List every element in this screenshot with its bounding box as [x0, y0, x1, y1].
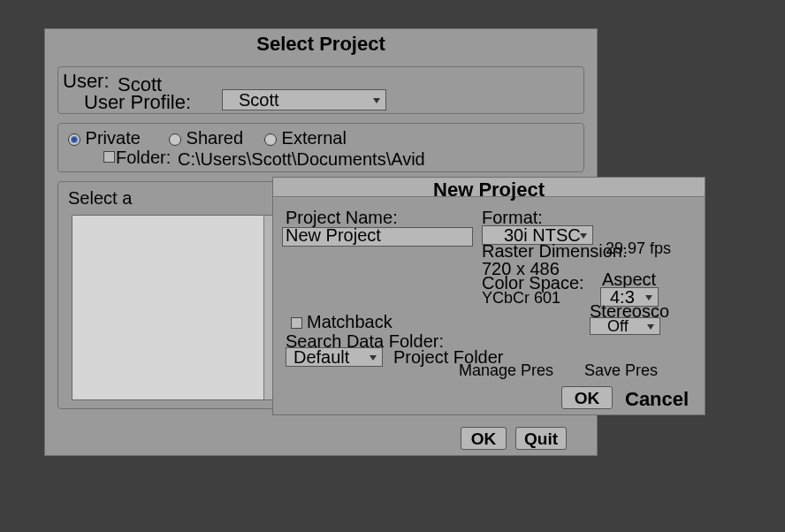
select-project-title: Select Project — [45, 33, 597, 56]
matchback-label: Matchback — [307, 312, 392, 332]
location-panel — [57, 123, 584, 172]
color-space-label: Color Space: — [482, 273, 584, 293]
fps-ghost: 29.97 fps — [606, 239, 671, 258]
aspect-select[interactable]: 4:3 — [600, 287, 659, 307]
new-project-titlebar[interactable] — [273, 178, 705, 197]
aspect-value: 4:3 — [610, 287, 635, 308]
cancel-ghost[interactable]: Cancel — [625, 388, 689, 411]
project-listbox[interactable] — [72, 215, 277, 400]
project-folder-ghost: Project Folder — [393, 347, 504, 368]
raster-dim-value: 720 x 486 — [482, 259, 560, 279]
format-select[interactable]: 30i NTSC — [482, 225, 593, 245]
select-project-ok-button[interactable]: OK — [461, 427, 507, 450]
manage-pres-ghost: Manage Pres — [459, 361, 553, 380]
matchback-checkbox[interactable] — [291, 317, 302, 329]
search-data-value: Default — [293, 347, 349, 368]
stereo-select[interactable] — [590, 317, 660, 335]
ok-label: OK — [575, 389, 600, 407]
search-data-select[interactable]: Default — [286, 347, 383, 367]
save-pres-ghost: Save Pres — [584, 361, 658, 380]
user-profile-value: Scott — [239, 90, 279, 110]
user-profile-select[interactable]: Scott — [222, 89, 386, 110]
folder-browse-icon[interactable] — [103, 151, 115, 163]
select-project-quit-button[interactable]: Quit — [515, 427, 567, 450]
new-project-ok-button[interactable]: OK — [561, 386, 613, 409]
color-space-value-ghost: YCbCr 601 — [482, 289, 560, 308]
ok-label: OK — [471, 429, 497, 448]
quit-label: Quit — [524, 429, 558, 448]
project-name-label: Project Name: — [286, 208, 398, 228]
new-project-dialog: New Project Project Name: New Project Fo… — [272, 177, 705, 415]
format-value: 30i NTSC — [504, 225, 581, 246]
project-name-input[interactable] — [282, 227, 473, 247]
